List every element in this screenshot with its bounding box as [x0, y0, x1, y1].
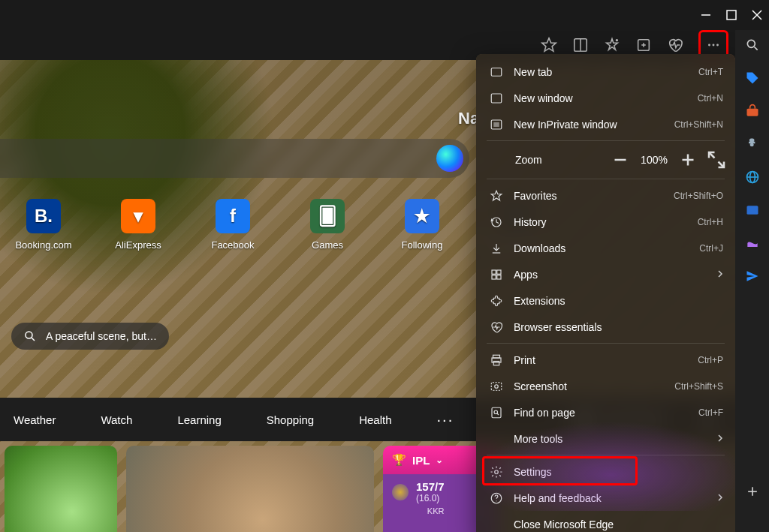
quick-links: B.Booking.com▾AliExpressfFacebook🂠Games★…: [14, 199, 547, 251]
svg-rect-19: [491, 68, 502, 76]
svg-point-15: [26, 332, 32, 338]
svg-point-45: [495, 470, 499, 473]
tile-label: Games: [312, 239, 343, 251]
menu-item-label: Extensions: [514, 295, 723, 307]
quick-tile[interactable]: ▾AliExpress: [108, 199, 168, 251]
menu-item-label: Help and feedback: [514, 492, 707, 504]
team-score: 157/7: [416, 480, 445, 493]
nav-link[interactable]: Health: [359, 413, 391, 426]
cart-icon[interactable]: [745, 104, 760, 119]
svg-line-49: [754, 47, 757, 50]
menu-item-label: New tab: [514, 66, 688, 78]
minimize-button[interactable]: [700, 9, 712, 21]
menu-item-label: Close Microsoft Edge: [514, 518, 723, 530]
menu-item-label: Screenshot: [514, 380, 664, 392]
apps-icon: [490, 268, 503, 281]
svg-rect-34: [497, 270, 501, 274]
menu-item-find-on-page[interactable]: Find on pageCtrl+F: [476, 399, 735, 425]
zoom-out-button[interactable]: [609, 149, 632, 171]
menu-item-downloads[interactable]: DownloadsCtrl+J: [476, 235, 735, 261]
svg-point-12: [708, 44, 710, 47]
new-tab-icon: [490, 65, 503, 79]
menu-item-shortcut: Ctrl+Shift+N: [674, 119, 723, 130]
menu-item-close-microsoft-edge[interactable]: Close Microsoft Edge: [476, 511, 735, 532]
svg-marker-29: [491, 191, 502, 200]
fullscreen-button[interactable]: [705, 149, 728, 171]
menu-item-label: Favorites: [514, 190, 663, 202]
svg-rect-50: [746, 109, 758, 116]
tile-icon: ▾: [121, 199, 155, 233]
zoom-in-button[interactable]: [677, 149, 699, 171]
send-icon[interactable]: [745, 269, 760, 284]
team-logo: [392, 484, 409, 500]
menu-item-label: History: [514, 216, 687, 228]
help-icon: [490, 491, 503, 505]
menu-item-shortcut: Ctrl+F: [698, 407, 723, 418]
menu-item-extensions[interactable]: Extensions: [476, 287, 735, 314]
menu-item-help-and-feedback[interactable]: Help and feedback: [476, 485, 735, 511]
menu-item-settings[interactable]: Settings: [476, 458, 735, 485]
new-window-icon: [490, 92, 503, 105]
close-button[interactable]: [751, 9, 763, 21]
menu-item-print[interactable]: PrintCtrl+P: [476, 347, 735, 373]
search-icon: [23, 329, 37, 343]
window-controls: [0, 0, 769, 30]
tile-icon: B.: [26, 199, 61, 233]
wave-icon[interactable]: [745, 236, 760, 251]
menu-item-more-tools[interactable]: More tools: [476, 425, 735, 452]
svg-point-48: [747, 40, 755, 47]
maximize-button[interactable]: [725, 9, 737, 21]
menu-item-favorites[interactable]: FavoritesCtrl+Shift+O: [476, 182, 735, 209]
menu-item-history[interactable]: HistoryCtrl+H: [476, 209, 735, 235]
plus-icon[interactable]: [745, 484, 760, 499]
star-icon[interactable]: [541, 37, 557, 53]
copilot-orb-icon[interactable]: [436, 145, 463, 172]
menu-item-screenshot[interactable]: ScreenshotCtrl+Shift+S: [476, 373, 735, 399]
search-icon[interactable]: [745, 38, 760, 53]
quick-tile[interactable]: fFacebook: [203, 199, 263, 251]
sparkle-favorite-icon[interactable]: [604, 37, 620, 53]
menu-item-shortcut: Ctrl+Shift+S: [674, 381, 723, 392]
quick-tile[interactable]: B.Booking.com: [14, 199, 74, 251]
nav-overflow[interactable]: ···: [437, 411, 454, 428]
menu-item-new-window[interactable]: New windowCtrl+N: [476, 85, 735, 111]
piece-icon[interactable]: [745, 137, 760, 152]
tab-actions-icon[interactable]: [572, 37, 589, 53]
svg-rect-1: [727, 11, 736, 20]
nav-link[interactable]: Weather: [14, 413, 56, 426]
svg-line-44: [497, 413, 499, 414]
svg-rect-36: [497, 275, 501, 278]
nav-link[interactable]: Learning: [177, 413, 221, 426]
inprivate-icon: [490, 118, 503, 131]
feed-card[interactable]: [126, 446, 374, 532]
tile-icon: ★: [405, 199, 439, 233]
menu-item-new-tab[interactable]: New tabCtrl+T: [476, 59, 735, 85]
menu-item-new-inprivate-window[interactable]: New InPrivate windowCtrl+Shift+N: [476, 111, 735, 137]
tile-label: AliExpress: [115, 239, 161, 251]
more-icon[interactable]: [705, 37, 722, 53]
svg-rect-23: [493, 122, 499, 127]
nav-link[interactable]: Watch: [101, 413, 132, 426]
tag-icon[interactable]: [745, 71, 760, 86]
menu-item-shortcut: Ctrl+N: [698, 93, 723, 104]
menu-item-browser-essentials[interactable]: Browser essentials: [476, 314, 735, 340]
tile-label: Following: [402, 239, 443, 251]
find-icon: [490, 406, 503, 419]
svg-rect-21: [491, 94, 502, 103]
downloads-icon: [490, 242, 503, 255]
collections-icon[interactable]: [635, 37, 652, 53]
nav-link[interactable]: Shopping: [267, 413, 314, 426]
search-bar[interactable]: [0, 139, 469, 178]
svg-rect-35: [492, 275, 496, 278]
quick-tile[interactable]: 🂠Games: [297, 199, 357, 251]
outlook-icon[interactable]: [745, 203, 760, 218]
edge-sidebar: [735, 30, 769, 532]
quick-tile[interactable]: ★Following: [392, 199, 452, 251]
settings-icon: [490, 465, 503, 479]
menu-item-apps[interactable]: Apps: [476, 261, 735, 287]
league-tag: IPL: [412, 454, 430, 467]
heart-rate-icon[interactable]: [667, 37, 683, 53]
globe-icon[interactable]: [745, 170, 760, 185]
image-caption-pill[interactable]: A peaceful scene, but…: [11, 323, 169, 350]
feed-card[interactable]: [5, 446, 117, 532]
